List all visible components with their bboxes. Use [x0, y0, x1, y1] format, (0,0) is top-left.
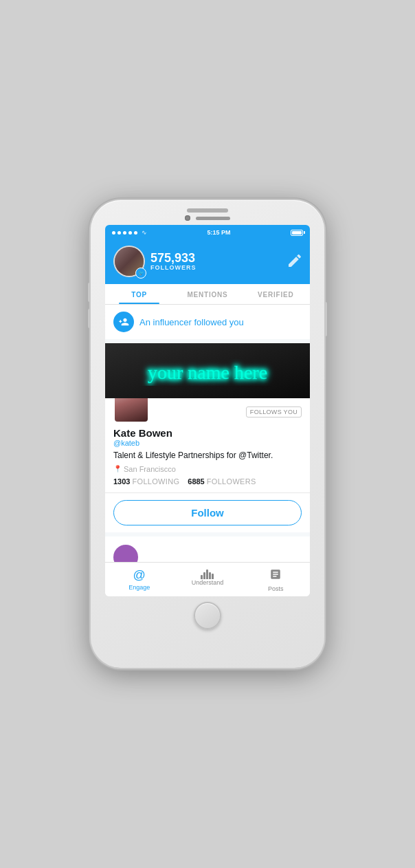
- app-header: 🐦 575,933 FOLLOWERS: [105, 240, 310, 284]
- camera-row: [185, 215, 230, 221]
- power-button[interactable]: [324, 302, 327, 336]
- chart-bar: [203, 572, 205, 579]
- next-card-preview: [105, 536, 310, 562]
- profile-location: 📍 San Franciscco: [113, 465, 302, 473]
- battery-fill: [292, 231, 302, 235]
- volume-down-button[interactable]: [88, 309, 91, 328]
- profile-followers-label: FOLLOWERS: [207, 477, 256, 486]
- engage-label: Engage: [128, 584, 150, 591]
- bottom-navigation: @ Engage Understand Po: [105, 562, 310, 596]
- followers-label: FOLLOWERS: [150, 264, 197, 271]
- user-avatar-container[interactable]: 🐦: [113, 246, 145, 277]
- status-bar: ∿ 5:15 PM: [105, 225, 310, 240]
- content-area: An influencer followed you: [105, 305, 310, 562]
- profile-handle: @kateb: [113, 439, 302, 447]
- followers-stat: 6885 FOLLOWERS: [188, 477, 256, 486]
- influencer-notification[interactable]: An influencer followed you: [105, 305, 310, 339]
- signal-dot: [123, 231, 126, 235]
- posts-label: Posts: [268, 585, 284, 592]
- profile-stats: 1303 FOLLOWING 6885 FOLLOWERS: [113, 477, 302, 486]
- twitter-bird-icon: 🐦: [138, 270, 144, 276]
- engage-icon: @: [133, 568, 146, 583]
- notification-icon: [113, 312, 134, 332]
- neon-sign: your name here your name here: [105, 343, 310, 398]
- understand-label: Understand: [192, 579, 224, 586]
- signal-dot: [112, 231, 115, 235]
- tab-mentions[interactable]: MENTIONS: [173, 284, 241, 304]
- following-stat: 1303 FOLLOWING: [113, 477, 179, 486]
- nav-posts[interactable]: Posts: [242, 563, 310, 596]
- speaker-grille: [187, 208, 228, 213]
- following-count: 1303: [113, 477, 130, 486]
- profile-name: Kate Bowen: [113, 427, 302, 439]
- chart-bar: [206, 569, 208, 579]
- signal-dot: [117, 231, 121, 235]
- signal-dot: [134, 231, 137, 235]
- chart-bar: [209, 572, 211, 579]
- nav-understand[interactable]: Understand: [173, 563, 241, 596]
- signal-dot: [128, 231, 132, 235]
- next-profile-avatar: [113, 545, 138, 562]
- followers-count: 575,933: [150, 252, 197, 264]
- phone-frame: ∿ 5:15 PM 🐦 575,933 FOLL: [91, 200, 324, 668]
- follows-you-badge: FOLLOWS YOU: [246, 406, 302, 417]
- posts-icon: [269, 568, 282, 584]
- nav-engage[interactable]: @ Engage: [105, 563, 173, 596]
- following-label: FOLLOWING: [133, 477, 180, 486]
- tab-bar: TOP MENTIONS VERIFIED: [105, 284, 310, 305]
- phone-screen: ∿ 5:15 PM 🐦 575,933 FOLL: [105, 225, 310, 596]
- status-time: 5:15 PM: [207, 229, 230, 236]
- compose-icon[interactable]: [287, 252, 302, 271]
- tab-verified[interactable]: VERIFIED: [242, 284, 310, 304]
- twitter-badge: 🐦: [135, 268, 146, 279]
- svg-text:your name here: your name here: [148, 362, 267, 383]
- followers-stats: 575,933 FOLLOWERS: [150, 252, 197, 271]
- profile-followers-count: 6885: [188, 477, 204, 486]
- location-pin-icon: 📍: [113, 465, 122, 473]
- understand-icon: [201, 568, 214, 579]
- tab-top[interactable]: TOP: [105, 284, 173, 304]
- home-button[interactable]: [194, 602, 221, 629]
- battery-icon: [291, 230, 303, 236]
- profile-card: your name here your name here FOLLOWS YO…: [105, 343, 310, 532]
- front-camera: [185, 215, 190, 221]
- chart-bar: [212, 574, 214, 579]
- profile-info: FOLLOWS YOU Kate Bowen @kateb Talent & L…: [105, 398, 310, 492]
- earpiece: [196, 217, 230, 220]
- header-left: 🐦 575,933 FOLLOWERS: [113, 246, 197, 277]
- follow-button-container: Follow: [105, 492, 310, 532]
- follow-button[interactable]: Follow: [113, 500, 302, 525]
- signal-indicators: ∿: [112, 229, 147, 236]
- profile-banner: your name here your name here: [105, 343, 310, 398]
- location-text: San Franciscco: [124, 465, 176, 473]
- wifi-icon: ∿: [142, 229, 147, 236]
- volume-up-button[interactable]: [88, 283, 91, 302]
- profile-bio: Talent & Lifestyle Partnerships for @Twi…: [113, 450, 302, 462]
- notification-text: An influencer followed you: [139, 317, 244, 327]
